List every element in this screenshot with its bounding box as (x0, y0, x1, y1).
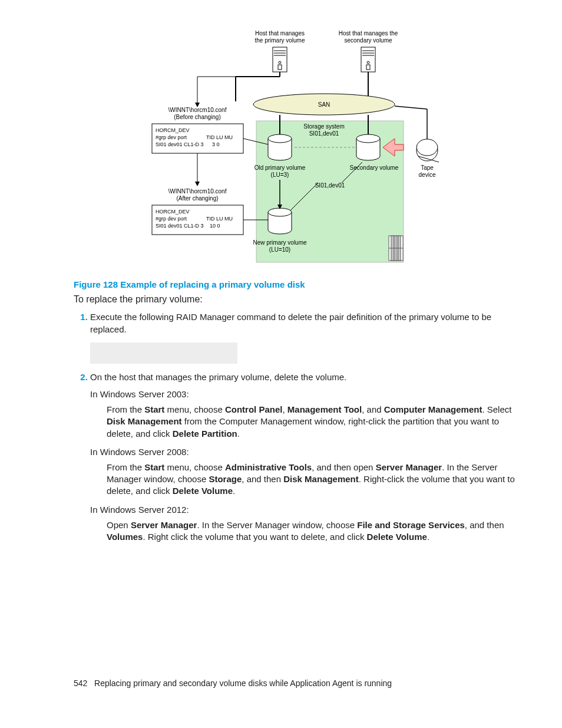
ws2012-text: Open Server Manager. In the Server Manag… (107, 519, 515, 543)
svg-text:\WINNT\horcm10.conf: \WINNT\horcm10.conf (168, 188, 226, 195)
svg-text:(LU=10): (LU=10) (269, 246, 290, 253)
svg-point-6 (279, 61, 281, 64)
svg-text:the primary volume: the primary volume (254, 37, 305, 44)
host-primary-label: Host that manages (255, 30, 305, 37)
ws2003-label: In Windows Server 2003: (90, 388, 515, 400)
svg-line-21 (395, 106, 427, 109)
svg-rect-7 (278, 65, 282, 70)
svg-text:TID  LU   MU: TID LU MU (206, 216, 233, 222)
code-block (90, 342, 237, 364)
svg-point-29 (356, 134, 380, 143)
svg-text:#grp  dev  port: #grp dev port (156, 134, 187, 140)
svg-text:HORCM_DEV: HORCM_DEV (156, 127, 190, 133)
svg-point-41 (416, 139, 438, 156)
ws2012-label: In Windows Server 2012: (90, 503, 515, 516)
diagram-figure: Host that manages the primary volume Hos… (141, 29, 448, 268)
svg-text:3      0: 3 0 (212, 141, 220, 147)
step-1-text: Execute the following RAID Manager comma… (90, 312, 491, 334)
svg-marker-62 (195, 182, 200, 186)
ws2008-label: In Windows Server 2008: (90, 446, 515, 458)
svg-text:New primary volume: New primary volume (253, 239, 307, 246)
svg-point-35 (268, 208, 292, 216)
svg-text:SI01,dev01: SI01,dev01 (315, 182, 345, 189)
step-2-text: On the host that manages the primary vol… (90, 372, 346, 382)
intro-text: To replace the primary volume: (74, 294, 515, 305)
svg-text:TID  LU   MU: TID LU MU (206, 134, 233, 140)
svg-text:secondary volume: secondary volume (344, 37, 392, 44)
svg-text:SI01 dev01 CL1-D  3: SI01 dev01 CL1-D 3 (156, 141, 204, 147)
svg-text:Storage system: Storage system (303, 123, 344, 130)
host-secondary-icon (361, 47, 375, 72)
svg-text:Old primary volume: Old primary volume (254, 164, 305, 171)
svg-text:device: device (418, 172, 435, 178)
ws2003-text: From the Start menu, choose Control Pane… (107, 404, 515, 440)
step-2: On the host that manages the primary vol… (90, 371, 515, 543)
ws2008-text: From the Start menu, choose Administrati… (107, 462, 515, 498)
page-footer: 542 Replacing primary and secondary volu… (74, 678, 392, 688)
page-number: 542 (74, 678, 87, 688)
svg-text:SI01 dev01 CL1-D  3: SI01 dev01 CL1-D 3 (156, 223, 204, 229)
svg-point-12 (367, 61, 369, 64)
svg-text:(LU=3): (LU=3) (270, 172, 289, 178)
svg-text:10     0: 10 0 (210, 223, 220, 229)
svg-point-26 (268, 134, 292, 143)
svg-text:(Before changing): (Before changing) (174, 114, 221, 120)
figure-caption: Figure 128 Example of replacing a primar… (74, 279, 515, 289)
svg-text:#grp  dev  port: #grp dev port (156, 216, 187, 222)
new-primary-volume (268, 208, 292, 234)
svg-text:(After changing): (After changing) (176, 195, 218, 202)
raid-box-icon (389, 236, 403, 261)
host-secondary-label: Host that manages the (338, 30, 398, 37)
svg-rect-13 (366, 65, 370, 70)
tape-device-icon (416, 139, 439, 162)
old-primary-volume (268, 134, 292, 160)
svg-text:HORCM_DEV: HORCM_DEV (156, 209, 190, 215)
host-primary-icon (273, 47, 287, 72)
svg-text:SI01,dev01: SI01,dev01 (309, 130, 339, 137)
secondary-volume (356, 134, 380, 160)
svg-text:Tape: Tape (421, 164, 434, 171)
footer-text: Replacing primary and secondary volume d… (94, 678, 392, 688)
step-1: Execute the following RAID Manager comma… (90, 311, 515, 364)
svg-text:SAN: SAN (318, 101, 330, 108)
svg-text:\WINNT\horcm10.conf: \WINNT\horcm10.conf (168, 107, 226, 113)
